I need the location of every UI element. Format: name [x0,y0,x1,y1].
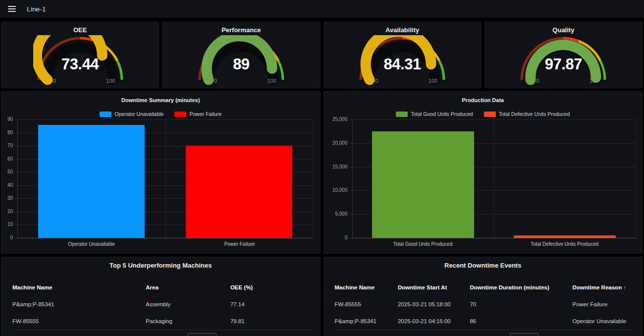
gauge-value: 84.31 [355,56,449,73]
gauge-value: 73.44 [33,56,127,73]
column-header-downtime-start-at[interactable]: Downtime Start At [398,284,470,290]
table-row: P&amp;P-853412025-03-21 04:15:0086Operat… [324,317,643,326]
y-tick-label: 5,000 [324,211,348,217]
y-axis-line [352,119,353,238]
gauge-row: OEE73.440100Performance890100Availabilit… [1,22,643,88]
table-header-row: Machine NameAreaOEE (%) [1,283,320,292]
gauge-min-label: 0 [214,78,217,84]
hamburger-menu-icon [8,6,16,12]
x-axis-line [352,238,636,238]
x-axis-line [17,238,313,238]
gauge: 84.310100 [355,35,449,87]
gauge-panel-performance: Performance890100 [162,22,320,88]
y-tick-label: 10 [1,222,13,227]
dashboard-body: OEE73.440100Performance890100Availabilit… [1,22,643,336]
y-tick-label: 60 [1,156,13,162]
table-title: Recent Downtime Events [324,262,643,269]
y-tick-label: 20 [1,209,13,214]
gauge-min-label: 0 [53,78,56,84]
x-category-label: Total Good Units Produced [352,241,494,247]
table-footer-divider [12,330,312,330]
gauge-max-label: 100 [268,78,276,84]
dashboard-title: Line-1 [27,5,46,13]
y-tick-label: 80 [1,130,13,135]
gauge-max-label: 100 [106,78,115,84]
x-gridline-middle [165,119,166,238]
x-category-label: Power Failure [165,241,314,247]
gauge-title: Performance [162,26,320,35]
y-tick-label: 30 [1,195,13,201]
gauge-title: OEE [1,26,159,35]
bar-operator-unavailable[interactable] [38,125,145,238]
x-gridline-right [313,119,314,238]
chart-plot-area: 0102030405060708090Operator UnavailableP… [1,92,320,253]
table-header-row: Machine NameDowntime Start AtDowntime Du… [324,283,643,292]
table-cell: FW-85555 [12,318,146,324]
gauge: 890100 [194,35,288,87]
y-tick-label: 10,000 [324,187,348,193]
gauge-max-label: 100 [590,78,598,84]
x-category-label: Total Defective Units Produced [494,241,636,247]
table-cell: FW-85555 [335,301,398,307]
y-tick-label: 20,000 [324,140,348,146]
bar-total-defective-units-produced[interactable] [514,235,616,238]
column-header-oee-[interactable]: OEE (%) [230,284,309,290]
x-category-label: Operator Unavailable [17,241,165,247]
table-cell: Power Failure [572,301,631,307]
bar-power-failure[interactable] [186,146,292,238]
y-tick-label: 0 [1,235,13,240]
table-cell: P&amp;P-85341 [12,301,146,307]
sort-ascending-icon: ↑ [623,284,626,290]
table-row: Top 5 Underperforming MachinesMachine Na… [1,257,643,336]
table-cell: 86 [470,318,572,324]
table-cell: Packaging [146,318,230,324]
gauge: 73.440100 [33,35,127,87]
table-cell: 70 [470,301,572,307]
column-header-machine-name[interactable]: Machine Name [335,284,398,290]
y-tick-label: 50 [1,169,13,174]
x-gridline-middle [494,119,494,238]
column-header-label: OEE (%) [230,284,253,290]
gauge-title: Availability [324,26,481,35]
dashboard-screen: Line-1 OEE73.440100Performance890100Avai… [0,0,644,336]
table-cell: 2025-03-21 04:15:00 [398,318,470,324]
table-cell: Assembly [146,301,230,307]
chart-plot-area: 05,00010,00015,00020,00025,000Total Good… [324,92,643,253]
gauge-min-label: 0 [536,78,539,84]
y-tick-label: 70 [1,143,13,148]
gauge-value: 97.87 [516,56,610,73]
gauge-value: 89 [194,56,288,73]
chart-panel-downtime: Downtime Summary (minutes)Operator Unava… [1,91,321,254]
gauge-panel-oee: OEE73.440100 [1,22,159,88]
column-header-downtime-reason[interactable]: Downtime Reason↑ [572,284,631,290]
bar-total-good-units-produced[interactable] [372,131,474,238]
y-axis-line [17,119,18,238]
table-cell: Operator Unavailable [572,318,631,324]
column-header-label: Area [146,284,159,290]
y-tick-label: 25,000 [324,116,348,122]
y-tick-label: 40 [1,182,13,188]
y-tick-label: 0 [324,235,348,240]
y-tick-label: 15,000 [324,164,348,169]
gauge-panel-quality: Quality97.870100 [484,22,643,88]
column-header-label: Downtime Duration (minutes) [470,284,549,290]
column-header-machine-name[interactable]: Machine Name [12,284,146,290]
y-tick-label: 90 [1,116,13,122]
table-row: FW-855552025-03-21 05:18:0070Power Failu… [324,300,643,309]
column-header-label: Machine Name [335,284,375,290]
pagination-button[interactable] [188,333,216,336]
table-row: P&amp;P-85341Assembly77.14 [1,300,320,309]
top-bar: Line-1 [0,0,644,18]
chart-row: Downtime Summary (minutes)Operator Unava… [1,91,643,254]
pagination-button[interactable] [510,333,538,336]
gauge-max-label: 100 [429,78,437,84]
table-cell: 2025-03-21 05:18:00 [398,301,470,307]
table-cell: P&amp;P-85341 [335,318,398,324]
column-header-downtime-duration-minutes-[interactable]: Downtime Duration (minutes) [470,284,572,290]
menu-toggle-button[interactable] [6,4,18,14]
table-panel-downtime-events: Recent Downtime EventsMachine NameDownti… [323,257,643,336]
gauge-title: Quality [485,26,642,35]
column-header-label: Downtime Start At [398,284,447,290]
column-header-area[interactable]: Area [146,284,230,290]
table-panel-underperforming: Top 5 Underperforming MachinesMachine Na… [1,257,321,336]
